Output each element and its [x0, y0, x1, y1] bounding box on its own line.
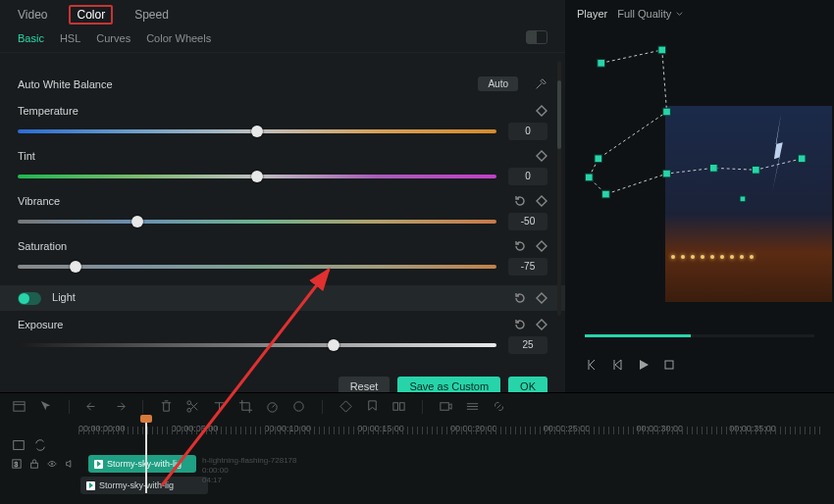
- tab-color[interactable]: Color: [69, 5, 113, 25]
- step-back-icon[interactable]: [610, 357, 626, 373]
- temperature-slider[interactable]: [18, 129, 496, 133]
- lock-icon[interactable]: [29, 458, 39, 470]
- svg-rect-23: [31, 463, 38, 468]
- subtab-color-wheels[interactable]: Color Wheels: [146, 32, 211, 44]
- stop-icon[interactable]: [661, 357, 677, 373]
- playhead[interactable]: [145, 421, 147, 493]
- color-sub-tabs: Basic HSL Curves Color Wheels: [0, 28, 565, 53]
- cursor-icon[interactable]: [38, 399, 53, 414]
- quality-dropdown[interactable]: Full Quality: [617, 8, 684, 20]
- svg-rect-20: [14, 441, 25, 450]
- svg-rect-4: [585, 174, 593, 181]
- eyedropper-icon[interactable]: [534, 77, 547, 91]
- svg-point-24: [51, 463, 53, 465]
- svg-rect-1: [658, 46, 666, 54]
- light-toggle[interactable]: [18, 292, 41, 305]
- svg-point-13: [187, 401, 191, 405]
- svg-rect-3: [595, 155, 602, 163]
- speed-icon[interactable]: [265, 399, 280, 414]
- svg-rect-9: [798, 155, 806, 163]
- group-icon[interactable]: [391, 399, 406, 414]
- clip-label: Stormy-sky-with-lig: [99, 480, 174, 490]
- prev-frame-icon[interactable]: [585, 357, 600, 373]
- player-label: Player: [577, 8, 607, 20]
- preview-viewport[interactable]: [573, 27, 826, 351]
- eye-icon[interactable]: [47, 458, 57, 470]
- tint-value[interactable]: 0: [508, 168, 547, 185]
- exposure-slider[interactable]: [18, 343, 496, 347]
- svg-point-16: [294, 402, 303, 411]
- mute-icon[interactable]: [65, 458, 75, 470]
- svg-rect-11: [665, 361, 673, 369]
- delete-icon[interactable]: [159, 399, 174, 414]
- keyframe-tool-icon[interactable]: [339, 399, 353, 414]
- subtab-curves[interactable]: Curves: [96, 32, 130, 44]
- track-header-icon[interactable]: [12, 438, 26, 452]
- mask-path[interactable]: [573, 27, 826, 336]
- svg-text:3: 3: [15, 461, 19, 468]
- player-progress[interactable]: [585, 334, 814, 337]
- track-enable-icon[interactable]: 3: [12, 458, 22, 470]
- track-controls: 3: [12, 458, 75, 470]
- temperature-label: Temperature: [18, 105, 78, 117]
- saturation-slider[interactable]: [18, 265, 496, 269]
- subtab-basic[interactable]: Basic: [18, 32, 44, 44]
- reset-icon[interactable]: [514, 240, 526, 252]
- svg-rect-5: [602, 190, 610, 198]
- temperature-value[interactable]: 0: [508, 123, 547, 140]
- svg-rect-8: [753, 166, 760, 174]
- tab-speed[interactable]: Speed: [134, 8, 169, 25]
- tab-video[interactable]: Video: [18, 8, 47, 25]
- keyframe-icon[interactable]: [536, 240, 547, 252]
- subtab-hsl[interactable]: HSL: [60, 32, 80, 44]
- svg-rect-19: [441, 403, 448, 411]
- crop-icon[interactable]: [238, 399, 253, 414]
- media-icon[interactable]: [12, 399, 26, 414]
- svg-rect-2: [663, 108, 671, 116]
- keyframe-icon[interactable]: [536, 105, 547, 117]
- exposure-value[interactable]: 25: [508, 336, 547, 354]
- clip-play-icon: [94, 460, 103, 469]
- vibrance-label: Vibrance: [18, 195, 60, 207]
- timeline-clip[interactable]: Stormy-sky-with-lig: [80, 477, 208, 494]
- auto-button[interactable]: Auto: [478, 76, 518, 91]
- tick-marks: [78, 427, 822, 434]
- timeline-clip[interactable]: Stormy-sky-with-lig: [88, 455, 196, 473]
- record-icon[interactable]: [439, 399, 453, 414]
- compare-toggle-icon[interactable]: [526, 30, 547, 44]
- play-icon[interactable]: [636, 357, 652, 373]
- color-controls: Auto White Balance Auto Temperature 0 Ti…: [0, 53, 565, 367]
- color-tool-icon[interactable]: [291, 399, 306, 414]
- keyframe-icon[interactable]: [536, 292, 547, 304]
- scrollbar[interactable]: [557, 61, 561, 316]
- saturation-value[interactable]: -75: [508, 258, 547, 276]
- keyframe-icon[interactable]: [536, 195, 547, 207]
- undo-icon[interactable]: [85, 399, 100, 414]
- reset-icon[interactable]: [514, 319, 526, 330]
- svg-rect-17: [393, 403, 398, 411]
- vibrance-value[interactable]: -50: [508, 213, 547, 230]
- clip-metadata-ghost: h-lightning-flashing-728178 0:00:00 04:1…: [202, 456, 297, 485]
- clip-label: Stormy-sky-with-lig: [107, 459, 182, 469]
- light-section-label: Light: [52, 291, 76, 303]
- keyframe-icon[interactable]: [536, 319, 547, 330]
- svg-rect-12: [14, 402, 25, 411]
- player-panel: Player Full Quality: [565, 0, 834, 392]
- saturation-label: Saturation: [18, 240, 67, 252]
- keyframe-icon[interactable]: [536, 150, 547, 162]
- sync-icon[interactable]: [33, 438, 47, 452]
- reset-icon[interactable]: [514, 292, 526, 304]
- marker-icon[interactable]: [365, 399, 380, 414]
- inspector-panel: Video Color Speed Basic HSL Curves Color…: [0, 0, 565, 392]
- reset-icon[interactable]: [514, 195, 526, 207]
- split-icon[interactable]: [185, 399, 200, 414]
- redo-icon[interactable]: [112, 399, 127, 414]
- track-icon[interactable]: [465, 399, 480, 414]
- tint-slider[interactable]: [18, 175, 496, 178]
- inspector-top-tabs: Video Color Speed: [0, 0, 565, 28]
- link-icon[interactable]: [492, 399, 506, 414]
- vibrance-slider[interactable]: [18, 220, 496, 224]
- exposure-label: Exposure: [18, 319, 63, 330]
- awb-label: Auto White Balance: [18, 78, 113, 90]
- text-icon[interactable]: [212, 399, 227, 414]
